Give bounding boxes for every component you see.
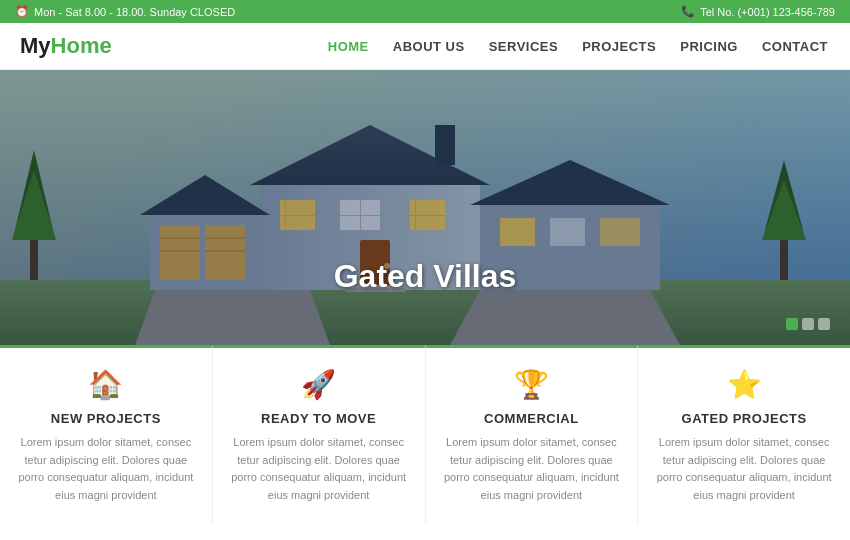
- nav-home[interactable]: HOME: [326, 34, 371, 59]
- svg-rect-40: [0, 70, 850, 345]
- main-nav: HOME ABOUT US SERVICES PROJECTS PRICING …: [326, 34, 830, 59]
- nav-projects[interactable]: PROJECTS: [580, 34, 658, 59]
- nav-pricing[interactable]: PRICING: [678, 34, 740, 59]
- top-bar: ⏰ Mon - Sat 8.00 - 18.00. Sunday CLOSED …: [0, 0, 850, 23]
- card-title-3: GATED PROJECTS: [653, 411, 835, 426]
- card-gated-projects: ⭐ GATED PROJECTS Lorem ipsum dolor sitam…: [638, 345, 850, 524]
- dot-2[interactable]: [818, 318, 830, 330]
- nav-services[interactable]: SERVICES: [487, 34, 561, 59]
- nav-about[interactable]: ABOUT US: [391, 34, 467, 59]
- card-text-2: Lorem ipsum dolor sitamet, consec tetur …: [441, 434, 623, 504]
- logo[interactable]: MyHome: [20, 33, 112, 59]
- card-title-1: READY TO MOVE: [228, 411, 410, 426]
- feature-cards: 🏠 NEW PROJECTS Lorem ipsum dolor sitamet…: [0, 345, 850, 524]
- card-text-1: Lorem ipsum dolor sitamet, consec tetur …: [228, 434, 410, 504]
- card-icon-2: 🏆: [441, 368, 623, 401]
- hero-title: Gated Villas: [334, 258, 517, 295]
- nav-contact[interactable]: CONTACT: [760, 34, 830, 59]
- card-title-0: NEW PROJECTS: [15, 411, 197, 426]
- dot-active[interactable]: [786, 318, 798, 330]
- business-hours: ⏰ Mon - Sat 8.00 - 18.00. Sunday CLOSED: [15, 5, 235, 18]
- dot-1[interactable]: [802, 318, 814, 330]
- card-icon-1: 🚀: [228, 368, 410, 401]
- hero-section: Gated Villas: [0, 70, 850, 345]
- logo-home: Home: [51, 33, 112, 58]
- hero-background: [0, 70, 850, 345]
- clock-icon: ⏰: [15, 5, 29, 18]
- slider-dots[interactable]: [786, 318, 830, 330]
- logo-my: My: [20, 33, 51, 58]
- card-title-2: COMMERCIAL: [441, 411, 623, 426]
- phone-icon: 📞: [681, 5, 695, 18]
- header: MyHome HOME ABOUT US SERVICES PROJECTS P…: [0, 23, 850, 70]
- card-icon-3: ⭐: [653, 368, 835, 401]
- card-text-0: Lorem ipsum dolor sitamet, consec tetur …: [15, 434, 197, 504]
- phone-info: 📞 Tel No. (+001) 123-456-789: [681, 5, 835, 18]
- card-ready-to-move: 🚀 READY TO MOVE Lorem ipsum dolor sitame…: [213, 345, 426, 524]
- card-new-projects: 🏠 NEW PROJECTS Lorem ipsum dolor sitamet…: [0, 345, 213, 524]
- card-commercial: 🏆 COMMERCIAL Lorem ipsum dolor sitamet, …: [426, 345, 639, 524]
- card-icon-0: 🏠: [15, 368, 197, 401]
- card-text-3: Lorem ipsum dolor sitamet, consec tetur …: [653, 434, 835, 504]
